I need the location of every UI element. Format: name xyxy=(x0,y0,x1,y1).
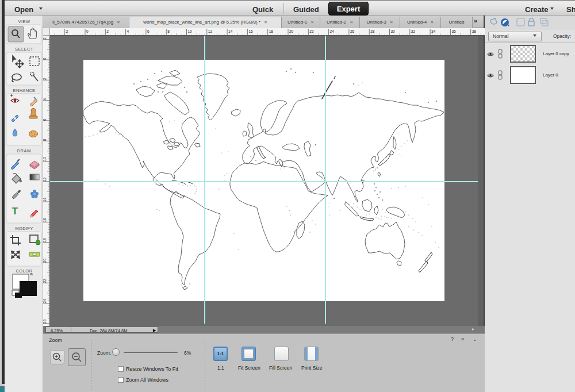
svg-text:DRAW: DRAW xyxy=(17,148,32,153)
svg-text:ENHANCE: ENHANCE xyxy=(13,88,36,93)
svg-text:4: 4 xyxy=(127,29,129,33)
svg-text:28: 28 xyxy=(370,29,375,33)
svg-text:20: 20 xyxy=(289,29,294,33)
svg-text:2: 2 xyxy=(66,29,68,33)
svg-text:6: 6 xyxy=(147,29,150,33)
svg-text:2: 2 xyxy=(43,78,47,80)
svg-text:2: 2 xyxy=(43,37,47,40)
svg-text:COLOR: COLOR xyxy=(16,268,32,274)
svg-text:26: 26 xyxy=(350,29,355,33)
svg-text:4: 4 xyxy=(43,98,47,101)
svg-text:16: 16 xyxy=(248,29,253,33)
svg-text:32: 32 xyxy=(411,29,416,33)
svg-text:22: 22 xyxy=(309,29,314,33)
svg-text:18: 18 xyxy=(43,238,47,243)
svg-text:VIEW: VIEW xyxy=(18,19,30,24)
svg-text:22: 22 xyxy=(43,279,47,283)
svg-text:10: 10 xyxy=(43,157,47,162)
svg-text:12: 12 xyxy=(208,29,213,33)
svg-text:12: 12 xyxy=(43,177,47,182)
svg-text:8: 8 xyxy=(167,29,170,33)
svg-text:SELECT: SELECT xyxy=(15,47,33,52)
svg-text:34: 34 xyxy=(431,29,436,33)
svg-text:30: 30 xyxy=(391,29,396,33)
svg-text:26: 26 xyxy=(43,319,47,324)
svg-text:38: 38 xyxy=(472,29,477,33)
svg-text:14: 14 xyxy=(43,197,47,202)
svg-text:2: 2 xyxy=(106,29,109,33)
svg-text:6: 6 xyxy=(43,118,47,121)
svg-text:0: 0 xyxy=(43,57,47,60)
svg-text:20: 20 xyxy=(43,258,47,263)
svg-text:0: 0 xyxy=(86,29,89,33)
svg-text:24: 24 xyxy=(330,29,335,33)
svg-text:14: 14 xyxy=(228,29,233,33)
svg-text:MODIFY: MODIFY xyxy=(16,226,33,231)
svg-text:T: T xyxy=(12,206,18,217)
svg-text:18: 18 xyxy=(269,29,274,33)
svg-text:8: 8 xyxy=(43,139,47,141)
svg-text:16: 16 xyxy=(43,218,47,222)
svg-text:10: 10 xyxy=(188,29,193,33)
svg-text:24: 24 xyxy=(43,299,47,303)
svg-text:36: 36 xyxy=(451,29,456,33)
